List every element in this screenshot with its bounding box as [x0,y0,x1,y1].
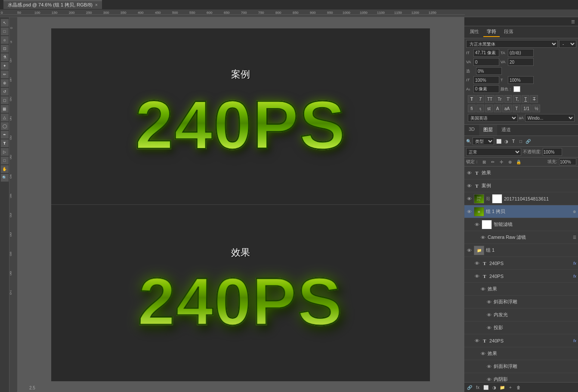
eye-icon[interactable]: 👁 [466,183,472,189]
tab-layers[interactable]: 图层 [479,125,497,136]
layer-item-bevel[interactable]: 👁 斜面和浮雕 [464,296,578,309]
eyedrop-tool[interactable]: ⚗ [1,53,9,61]
layer-item-inner-glow[interactable]: 👁 内发光 [464,309,578,321]
layer-item-effects-group[interactable]: 👁 效果 [464,283,578,296]
fontsize-input[interactable] [473,49,499,57]
layer-list[interactable]: 👁 T 效果 👁 T 案例 👁 240PS ⛓ 2017110415481361… [464,167,578,382]
delete-layer-btn[interactable]: 🗑 [515,384,522,391]
layer-item-case-text[interactable]: 👁 T 案例 [464,179,578,192]
filter-smart-btn[interactable]: 🔗 [525,138,532,145]
layer-item-image[interactable]: 👁 240PS ⛓ 20171104154813611 [464,192,578,205]
eraser-tool[interactable]: ◻ [1,96,9,104]
layer-adjustment-btn[interactable]: ◑ [491,384,498,391]
font-style-select[interactable]: - [559,40,576,48]
blend-mode-select[interactable]: 正常 [466,148,521,156]
st-btn[interactable]: st [485,105,493,112]
ordinals-btn[interactable]: aA [502,105,512,112]
lock-artboard-btn[interactable]: ⊕ [507,158,513,165]
layer-item-camera-raw[interactable]: 👁 Camera Raw 滤镜 ☰ [464,231,578,244]
subscript-btn[interactable]: T, [513,95,521,103]
hscale-input[interactable] [473,76,499,84]
eye-icon[interactable]: 👁 [466,196,472,202]
eye-icon[interactable]: 👁 [480,235,486,241]
hand-tool[interactable]: ✋ [1,165,9,173]
vscale-input[interactable] [508,76,534,84]
leading-input[interactable] [508,49,534,57]
filter-text-btn[interactable]: T [510,138,517,145]
document-tab[interactable]: 水晶感.psd @ 74.6% (组 1 拷贝, RGB/8) × [3,0,102,9]
tab-character[interactable]: 字符 [483,27,500,37]
shape-tool[interactable]: □ [1,157,9,164]
underline-btn[interactable]: T [522,95,529,103]
eye-icon[interactable]: 👁 [480,286,486,292]
baseline-input[interactable] [473,85,499,93]
layer-item-effect-text[interactable]: 👁 T 效果 [464,167,578,179]
smallcaps-btn[interactable]: Tr [495,95,504,103]
history-brush-tool[interactable]: ↺ [1,88,9,96]
eye-icon[interactable]: 👁 [466,170,472,176]
lasso-tool[interactable]: ⌾ [1,36,9,44]
superscript-btn[interactable]: T' [504,95,512,103]
fraction2-btn[interactable]: ½ [532,105,540,112]
strikethrough-btn[interactable]: T [530,95,538,103]
panel-menu-btn[interactable]: ☰ [569,18,576,25]
eye-icon[interactable]: 👁 [486,325,492,331]
scale-input[interactable] [476,67,502,75]
bold-btn[interactable]: T [468,95,476,103]
kerning-input[interactable] [473,58,499,66]
layer-group-btn[interactable]: 📁 [499,384,506,391]
eye-icon[interactable]: 👁 [474,273,480,279]
filter-adjust-btn[interactable]: ◑ [503,138,510,145]
pen-tool[interactable]: ✒ [1,131,9,139]
filter-options-icon[interactable]: ☰ [573,235,576,240]
canvas-area[interactable]: 案例 240PS 效果 240PS 2.5 [17,17,464,392]
heal-tool[interactable]: ✦ [1,62,9,70]
layer-item-bevel-2[interactable]: 👁 斜面和浮雕 [464,360,578,373]
language-select[interactable]: 美国英语 [468,114,518,122]
tab-properties[interactable]: 属性 [466,27,482,37]
layer-item-inner-shadow[interactable]: 👁 内阴影 [464,373,578,382]
filter-type-select[interactable]: 类型 [473,137,494,145]
fractions-btn[interactable]: 1/1 [521,105,532,112]
select-tool[interactable]: □ [1,28,9,35]
font-family-select[interactable]: 方正水黑繁体 [466,40,558,48]
tab-paragraph[interactable]: 段落 [501,27,517,37]
eye-icon[interactable]: 👁 [480,351,486,357]
path-select-tool[interactable]: ▷ [1,148,9,156]
layer-item-smart-filter[interactable]: 👁 智能滤镜 [464,218,578,231]
eye-icon[interactable]: 👁 [486,364,492,370]
crop-tool[interactable]: ⊡ [1,45,9,52]
antialias-select[interactable]: Windo... [525,114,575,122]
layer-item-240ps-3[interactable]: 👁 T 240PS fx [464,334,578,347]
opacity-input[interactable] [543,148,562,156]
close-tab-button[interactable]: × [95,3,98,7]
lock-position-btn[interactable]: ✛ [498,158,505,165]
lock-paint-btn[interactable]: ✏ [489,158,496,165]
eye-icon[interactable]: 👁 [474,338,480,344]
gradient-tool[interactable]: ▦ [1,105,9,113]
eye-icon[interactable]: 👁 [474,222,480,228]
layer-link-btn[interactable]: 🔗 [466,384,473,391]
eye-icon[interactable]: 👁 [486,299,492,305]
eye-icon[interactable]: 👁 [466,209,472,215]
layer-item-240ps-1[interactable]: 👁 T 240PS fx [464,257,578,270]
eye-icon[interactable]: 👁 [466,247,472,253]
blur-tool[interactable]: △ [1,114,9,121]
text-color-swatch[interactable] [513,86,520,92]
layer-item-group1[interactable]: 👁 📁 组 1 [464,244,578,257]
discretionary-btn[interactable]: A [494,105,501,112]
brush-tool[interactable]: ✏ [1,71,9,78]
layer-item-group-copy[interactable]: 👁 ▦ 组 1 拷贝 ⊕ [464,205,578,218]
italic-btn[interactable]: T [476,95,484,103]
dodge-tool[interactable]: ◯ [1,122,9,130]
new-layer-btn[interactable]: + [507,384,514,391]
tab-channels[interactable]: 通道 [497,125,515,136]
fill-input[interactable] [559,158,576,165]
layer-item-drop-shadow[interactable]: 👁 投影 [464,321,578,334]
allcaps-btn[interactable]: TT [485,95,495,103]
oldstyle-btn[interactable]: ᶊ [476,105,484,112]
eye-icon[interactable]: 👁 [486,377,492,383]
lock-transparent-btn[interactable]: ⊠ [481,158,488,165]
zoom-tool[interactable]: 🔍 [1,174,9,182]
layer-item-240ps-2[interactable]: 👁 T 240PS fx [464,270,578,283]
